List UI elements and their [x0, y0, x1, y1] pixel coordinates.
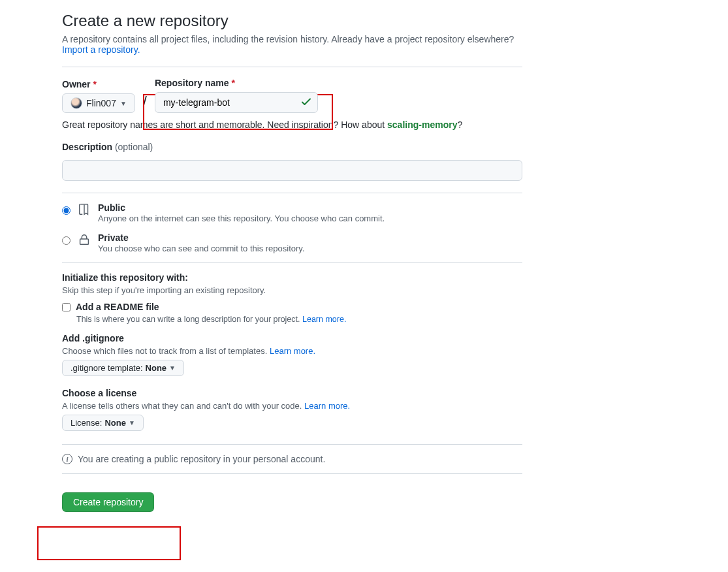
visibility-public-radio[interactable] — [62, 206, 71, 215]
readme-checkbox[interactable] — [62, 303, 71, 311]
import-repository-link[interactable]: Import a repository. — [62, 44, 140, 55]
init-skip: Skip this step if you're importing an ex… — [62, 285, 522, 295]
caret-down-icon: ▼ — [129, 419, 135, 426]
owner-select[interactable]: Flin007 ▼ — [62, 93, 135, 113]
caret-down-icon: ▼ — [169, 364, 176, 372]
slash-separator: / — [140, 93, 150, 113]
divider — [62, 262, 522, 263]
private-title: Private — [98, 232, 305, 243]
repo-name-label: Repository name * — [155, 78, 318, 88]
license-title: Choose a license — [62, 388, 522, 398]
svg-rect-0 — [80, 239, 89, 244]
caret-down-icon: ▼ — [120, 100, 127, 107]
repo-name-input[interactable] — [155, 92, 318, 113]
page-description: A repository contains all project files,… — [62, 34, 514, 44]
visibility-private-radio[interactable] — [62, 236, 71, 245]
lock-icon — [77, 232, 91, 249]
readme-label: Add a README file — [76, 302, 159, 312]
license-learn-more[interactable]: Learn more. — [304, 401, 350, 411]
check-icon — [301, 97, 311, 109]
divider — [62, 193, 522, 193]
info-text: You are creating a public repository in … — [78, 454, 325, 464]
gitignore-title: Add .gitignore — [62, 333, 522, 343]
owner-label: Owner * — [62, 79, 135, 89]
repo-name-suggestion[interactable]: scaling-memory — [387, 119, 457, 130]
gitignore-select[interactable]: .gitignore template: None ▼ — [62, 360, 184, 376]
avatar — [71, 97, 82, 109]
gitignore-desc: Choose which files not to track from a l… — [62, 346, 267, 356]
repo-hint: Great repository names are short and mem… — [62, 119, 387, 130]
public-desc: Anyone on the internet can see this repo… — [98, 214, 385, 223]
readme-desc: This is where you can write a long descr… — [76, 315, 300, 324]
create-repository-button[interactable]: Create repository — [62, 492, 154, 512]
info-icon: i — [62, 454, 72, 464]
repo-icon — [77, 202, 91, 219]
divider — [62, 67, 522, 67]
license-select[interactable]: License: None ▼ — [62, 415, 144, 431]
readme-learn-more[interactable]: Learn more. — [302, 315, 346, 324]
public-title: Public — [98, 202, 385, 213]
divider — [62, 444, 522, 445]
divider — [62, 473, 522, 474]
gitignore-learn-more[interactable]: Learn more. — [270, 346, 315, 356]
description-label: Description (optional) — [62, 142, 522, 152]
license-desc: A license tells others what they can and… — [62, 401, 302, 411]
page-title: Create a new repository — [62, 12, 522, 30]
description-input[interactable] — [62, 160, 522, 181]
owner-username: Flin007 — [86, 98, 116, 108]
private-desc: You choose who can see and commit to thi… — [98, 244, 305, 253]
init-title: Initialize this repository with: — [62, 272, 522, 283]
